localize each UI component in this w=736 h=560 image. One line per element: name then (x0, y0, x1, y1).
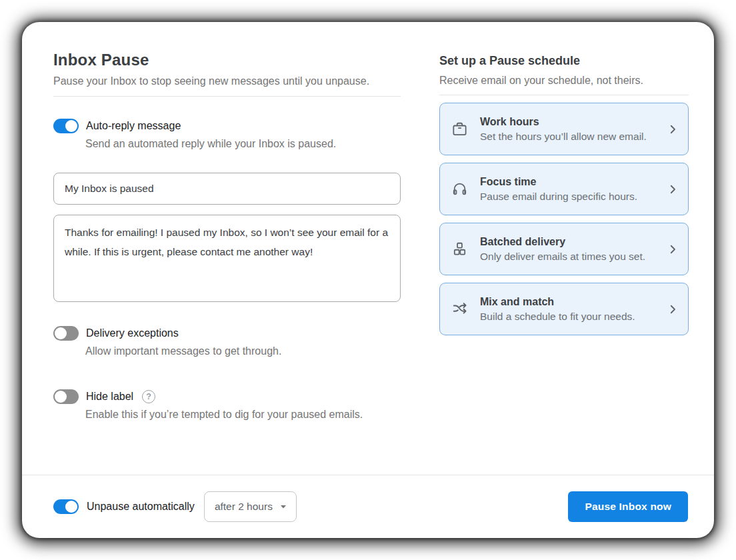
hide-label-toggle[interactable] (53, 389, 79, 404)
delivery-exceptions-toggle[interactable] (53, 326, 79, 341)
auto-reply-subject-input[interactable] (53, 173, 401, 205)
column-gap (401, 51, 439, 475)
schedule-card-work-hours[interactable]: Work hours Set the hours you’ll allow ne… (439, 103, 689, 155)
hide-label-setting: Hide label ? Enable this if you’re tempt… (53, 389, 401, 421)
auto-reply-setting: Auto-reply message Send an automated rep… (53, 119, 401, 150)
schedule-card-text: Batched delivery Only deliver emails at … (480, 236, 663, 263)
unpause-duration-select[interactable]: after 2 hours (204, 491, 297, 522)
hide-label-label: Hide label (86, 391, 133, 403)
schedule-card-title: Batched delivery (480, 236, 663, 248)
schedule-card-description: Set the hours you’ll allow new email. (480, 131, 663, 143)
chevron-right-icon (667, 243, 679, 255)
question-circle-icon[interactable]: ? (142, 390, 155, 403)
dialog-footer: Unpause automatically after 2 hours Paus… (22, 475, 714, 538)
schedule-section-title: Set up a Pause schedule (439, 54, 689, 68)
dialog-body: Inbox Pause Pause your Inbox to stop see… (22, 22, 714, 475)
hide-label-description: Enable this if you’re tempted to dig for… (85, 409, 401, 421)
chevron-right-icon (667, 123, 679, 135)
toggle-knob (65, 120, 77, 132)
toggle-knob (55, 391, 67, 403)
shuffle-icon (451, 301, 469, 318)
schedule-card-description: Only deliver emails at times you set. (480, 251, 663, 263)
schedule-card-batched-delivery[interactable]: Batched delivery Only deliver emails at … (439, 223, 689, 275)
toggle-knob (55, 327, 67, 339)
chevron-right-icon (667, 303, 679, 315)
schedule-section-subtitle: Receive email on your schedule, not thei… (439, 75, 689, 87)
auto-reply-label: Auto-reply message (86, 120, 181, 132)
page-subtitle: Pause your Inbox to stop seeing new mess… (53, 75, 401, 87)
pause-inbox-now-button[interactable]: Pause Inbox now (568, 491, 688, 522)
schedule-card-title: Work hours (480, 116, 663, 128)
schedule-card-description: Pause email during specific hours. (480, 191, 663, 203)
chevron-right-icon (667, 183, 679, 195)
auto-reply-toggle[interactable] (53, 119, 79, 133)
schedule-card-title: Focus time (480, 176, 663, 188)
unpause-duration-value: after 2 hours (215, 501, 273, 513)
schedule-card-text: Focus time Pause email during specific h… (480, 176, 663, 203)
unpause-automatically-toggle[interactable] (53, 499, 79, 514)
right-divider (439, 95, 689, 95)
schedule-card-text: Work hours Set the hours you’ll allow ne… (480, 116, 663, 143)
unpause-automatically-label: Unpause automatically (87, 501, 195, 513)
blocks-icon (451, 241, 469, 258)
auto-reply-description: Send an automated reply while your Inbox… (85, 138, 401, 150)
page-title: Inbox Pause (53, 51, 401, 69)
auto-reply-message-textarea[interactable]: Thanks for emailing! I paused my Inbox, … (53, 215, 401, 302)
delivery-exceptions-description: Allow important messages to get through. (85, 345, 401, 357)
schedule-card-mix-and-match[interactable]: Mix and match Build a schedule to fit yo… (439, 283, 689, 335)
inbox-pause-dialog: Inbox Pause Pause your Inbox to stop see… (22, 22, 714, 538)
briefcase-icon (451, 121, 469, 138)
schedule-card-focus-time[interactable]: Focus time Pause email during specific h… (439, 163, 689, 215)
pause-settings-column: Inbox Pause Pause your Inbox to stop see… (53, 51, 401, 475)
schedule-card-text: Mix and match Build a schedule to fit yo… (480, 296, 663, 323)
left-divider (53, 96, 401, 97)
pause-schedule-column: Set up a Pause schedule Receive email on… (439, 51, 689, 475)
toggle-knob (65, 501, 77, 513)
schedule-card-description: Build a schedule to fit your needs. (480, 311, 663, 323)
screen: Inbox Pause Pause your Inbox to stop see… (0, 0, 736, 560)
delivery-exceptions-setting: Delivery exceptions Allow important mess… (53, 326, 401, 357)
caret-down-icon (279, 503, 287, 511)
delivery-exceptions-label: Delivery exceptions (86, 327, 179, 339)
schedule-card-title: Mix and match (480, 296, 663, 308)
headphones-icon (451, 181, 469, 198)
